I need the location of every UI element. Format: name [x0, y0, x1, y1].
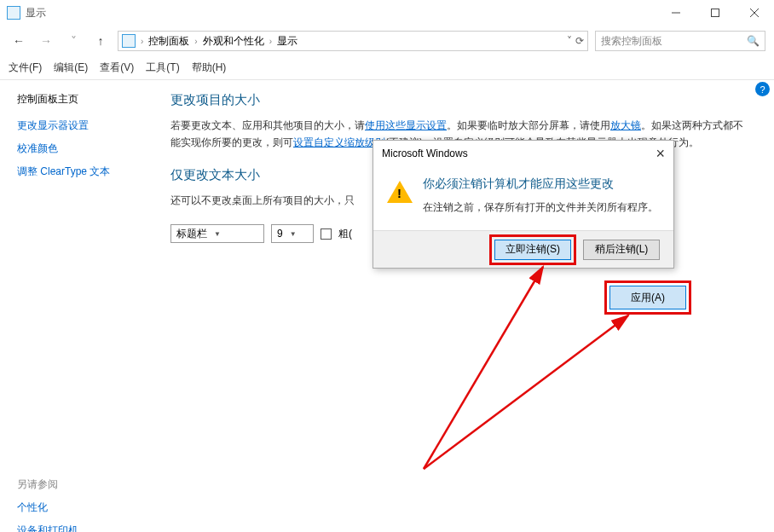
- logoff-later-button[interactable]: 稍后注销(L): [583, 240, 660, 260]
- link-magnifier[interactable]: 放大镜: [610, 119, 641, 131]
- logoff-now-button[interactable]: 立即注销(S): [494, 240, 571, 260]
- sidebar-link-calibrate-color[interactable]: 校准颜色: [17, 142, 153, 156]
- page-heading: 更改项目的大小: [170, 92, 748, 108]
- bold-label: 粗(: [338, 227, 352, 241]
- size-select-value: 9: [277, 228, 283, 240]
- address-bar[interactable]: › 控制面板 › 外观和个性化 › 显示 ˅ ⟳: [118, 31, 588, 51]
- svg-rect-1: [712, 9, 719, 17]
- titlebar: 显示: [0, 0, 774, 26]
- maximize-button[interactable]: [696, 0, 735, 26]
- dialog-title: Microsoft Windows: [382, 147, 468, 159]
- sidebar-link-devices-printers[interactable]: 设备和打印机: [17, 523, 153, 532]
- see-also-heading: 另请参阅: [17, 477, 153, 492]
- breadcrumb-item[interactable]: 外观和个性化: [203, 34, 264, 49]
- size-select[interactable]: 9 ▼: [271, 224, 314, 243]
- bold-checkbox[interactable]: [321, 228, 332, 240]
- warning-icon: [387, 180, 413, 204]
- menubar: 文件(F) 编辑(E) 查看(V) 工具(T) 帮助(H): [0, 56, 774, 80]
- dialog-footer: 立即注销(S) 稍后注销(L): [373, 230, 673, 268]
- minimize-button[interactable]: [656, 0, 696, 26]
- sidebar-link-display-settings[interactable]: 更改显示器设置: [17, 119, 153, 133]
- menu-view[interactable]: 查看(V): [100, 61, 134, 75]
- chevron-down-icon: ▼: [214, 230, 221, 238]
- item-select[interactable]: 标题栏 ▼: [170, 224, 264, 243]
- close-button[interactable]: [735, 0, 774, 26]
- navbar: ← → ˅ ↑ › 控制面板 › 外观和个性化 › 显示 ˅ ⟳ 搜索控制面板 …: [0, 26, 774, 56]
- breadcrumb-item[interactable]: 显示: [277, 34, 297, 49]
- sidebar: 控制面板主页 更改显示器设置 校准颜色 调整 ClearType 文本 另请参阅…: [0, 80, 162, 532]
- link-custom-scaling[interactable]: 设置自定义缩放级别: [293, 136, 385, 148]
- search-placeholder: 搜索控制面板: [601, 34, 662, 49]
- menu-tools[interactable]: 工具(T): [146, 61, 179, 75]
- menu-file[interactable]: 文件(F): [9, 61, 42, 75]
- back-button[interactable]: ←: [9, 31, 29, 51]
- chevron-right-icon: ›: [141, 37, 143, 46]
- search-input[interactable]: 搜索控制面板 🔍: [595, 31, 765, 51]
- dialog-close-button[interactable]: ×: [656, 145, 665, 163]
- chevron-right-icon: ›: [269, 37, 272, 46]
- refresh-icon[interactable]: ⟳: [575, 35, 584, 47]
- dropdown-history[interactable]: ˅: [63, 31, 84, 51]
- menu-help[interactable]: 帮助(H): [192, 61, 227, 75]
- sidebar-home[interactable]: 控制面板主页: [17, 92, 153, 107]
- up-button[interactable]: ↑: [90, 31, 111, 51]
- chevron-down-icon[interactable]: ˅: [567, 35, 572, 47]
- dialog-titlebar: Microsoft Windows ×: [373, 141, 673, 166]
- forward-button[interactable]: →: [36, 31, 56, 51]
- location-icon: [122, 34, 136, 48]
- sidebar-link-cleartype[interactable]: 调整 ClearType 文本: [17, 165, 153, 179]
- menu-edit[interactable]: 编辑(E): [54, 61, 88, 75]
- window-title: 显示: [26, 6, 656, 20]
- chevron-right-icon: ›: [194, 37, 197, 46]
- sidebar-link-personalization[interactable]: 个性化: [17, 500, 153, 515]
- link-display-settings[interactable]: 使用这些显示设置: [365, 119, 447, 131]
- breadcrumb-item[interactable]: 控制面板: [148, 34, 189, 49]
- dialog-message-secondary: 在注销之前，保存所有打开的文件并关闭所有程序。: [423, 200, 658, 215]
- item-select-value: 标题栏: [176, 227, 207, 241]
- dialog-message-primary: 你必须注销计算机才能应用这些更改: [423, 176, 658, 192]
- dialog: Microsoft Windows × 你必须注销计算机才能应用这些更改 在注销…: [373, 140, 674, 269]
- app-icon: [7, 6, 20, 20]
- search-icon: 🔍: [747, 35, 760, 47]
- chevron-down-icon: ▼: [290, 230, 297, 238]
- apply-button[interactable]: 应用(A): [609, 286, 686, 309]
